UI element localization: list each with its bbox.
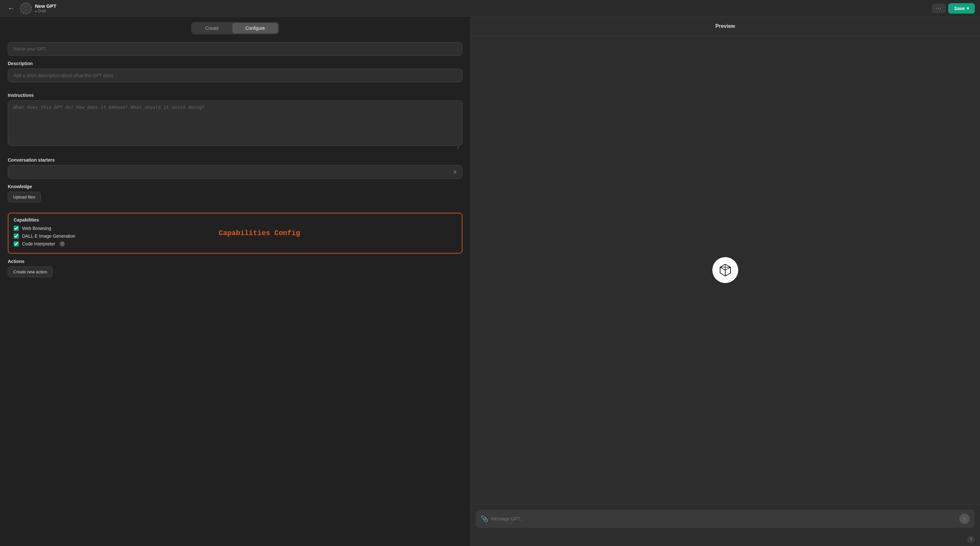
- tab-create[interactable]: Create: [192, 23, 232, 33]
- preview-message-input[interactable]: [491, 516, 956, 521]
- knowledge-group: Knowledge Upload files: [8, 184, 463, 208]
- instructions-group: Instructions ⤢: [8, 93, 463, 152]
- more-options-button[interactable]: ···: [932, 3, 946, 13]
- left-panel: Create Configure Description Instruction…: [0, 17, 471, 546]
- description-label: Description: [8, 61, 463, 66]
- capability-web-browsing: Web Browsing: [14, 226, 457, 231]
- web-browsing-label: Web Browsing: [22, 226, 51, 231]
- preview-title: Preview: [471, 17, 980, 36]
- tab-container: Create Configure: [191, 22, 279, 34]
- dalle-label: DALL·E Image Generation: [22, 233, 75, 239]
- conversation-starter-input[interactable]: [12, 165, 452, 178]
- header-right: ··· Save ▾: [932, 3, 975, 14]
- textarea-wrapper: ⤢: [8, 100, 463, 152]
- attach-icon[interactable]: 📎: [481, 515, 488, 522]
- capabilities-section: Capabilities Web Browsing DALL·E Image G…: [8, 213, 463, 254]
- preview-content: [471, 36, 980, 504]
- web-browsing-checkbox[interactable]: [14, 226, 19, 231]
- main-layout: Create Configure Description Instruction…: [0, 17, 980, 546]
- conversation-starters-label: Conversation starters: [8, 157, 463, 163]
- preview-input-area: 📎 ↑: [471, 504, 980, 533]
- form-area: Description Instructions ⤢ Conversation …: [0, 37, 470, 546]
- save-chevron-icon: ▾: [967, 6, 969, 11]
- svg-line-4: [725, 267, 730, 270]
- save-button[interactable]: Save ▾: [948, 3, 975, 14]
- starter-input-wrapper: ✕: [8, 165, 463, 179]
- preview-gpt-icon: [712, 257, 738, 283]
- capability-code-interpreter: Code Interpreter ?: [14, 241, 457, 246]
- cube-icon: [718, 263, 732, 277]
- instructions-label: Instructions: [8, 93, 463, 98]
- preview-send-button[interactable]: ↑: [959, 514, 970, 524]
- upload-files-button[interactable]: Upload files: [8, 192, 41, 202]
- right-panel: Preview 📎 ↑ ?: [471, 17, 980, 546]
- code-interpreter-help-icon[interactable]: ?: [60, 241, 65, 246]
- dalle-checkbox[interactable]: [14, 233, 19, 239]
- instructions-textarea[interactable]: [8, 100, 463, 146]
- header-left: ← New GPT Draft: [5, 3, 56, 14]
- create-action-button[interactable]: Create new action: [8, 267, 53, 277]
- actions-label: Actions: [8, 259, 463, 264]
- name-input[interactable]: [8, 42, 463, 56]
- save-label: Save: [954, 6, 965, 11]
- preview-footer: ?: [471, 533, 980, 546]
- header: ← New GPT Draft ··· Save ▾: [0, 0, 980, 17]
- actions-section: Actions Create new action: [8, 259, 463, 277]
- svg-line-3: [720, 267, 725, 270]
- code-interpreter-label: Code Interpreter: [22, 241, 55, 246]
- conversation-starters-group: Conversation starters ✕: [8, 157, 463, 179]
- knowledge-label: Knowledge: [8, 184, 463, 189]
- code-interpreter-checkbox[interactable]: [14, 241, 19, 246]
- gpt-avatar: [20, 3, 32, 14]
- preview-input-wrapper: 📎 ↑: [476, 510, 975, 528]
- expand-icon[interactable]: ⤢: [457, 145, 460, 149]
- back-button[interactable]: ←: [5, 3, 17, 13]
- capability-dalle: DALL·E Image Generation: [14, 233, 457, 239]
- description-input[interactable]: [8, 69, 463, 82]
- gpt-info: New GPT Draft: [35, 3, 56, 13]
- tabs: Create Configure: [0, 17, 470, 37]
- description-group: Description: [8, 61, 463, 87]
- tab-configure[interactable]: Configure: [232, 23, 278, 33]
- gpt-status: Draft: [35, 9, 56, 13]
- starter-clear-button[interactable]: ✕: [452, 168, 458, 176]
- gpt-name: New GPT: [35, 3, 56, 9]
- capabilities-label: Capabilities: [14, 217, 457, 222]
- help-icon[interactable]: ?: [967, 536, 975, 543]
